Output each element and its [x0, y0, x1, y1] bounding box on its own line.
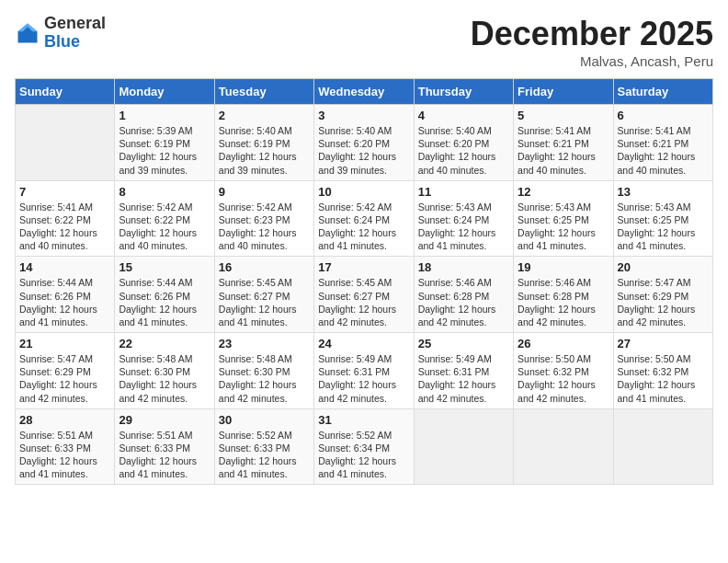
day-number: 1	[119, 109, 210, 122]
day-info: Sunrise: 5:47 AMSunset: 6:29 PMDaylight:…	[19, 352, 110, 405]
calendar-week-row: 21Sunrise: 5:47 AMSunset: 6:29 PMDayligh…	[16, 333, 713, 409]
month-title: December 2025	[471, 15, 713, 53]
header-day-thursday: Thursday	[414, 79, 513, 105]
calendar-header-row: SundayMondayTuesdayWednesdayThursdayFrid…	[16, 79, 713, 105]
day-info: Sunrise: 5:44 AMSunset: 6:26 PMDaylight:…	[119, 276, 210, 328]
calendar-cell: 4Sunrise: 5:40 AMSunset: 6:20 PMDaylight…	[414, 105, 513, 181]
calendar-cell: 10Sunrise: 5:42 AMSunset: 6:24 PMDayligh…	[314, 180, 414, 257]
generalblue-logo-icon	[15, 20, 40, 46]
calendar-cell: 22Sunrise: 5:48 AMSunset: 6:30 PMDayligh…	[115, 333, 214, 409]
calendar-cell	[414, 408, 513, 485]
day-number: 14	[19, 260, 110, 274]
calendar-week-row: 1Sunrise: 5:39 AMSunset: 6:19 PMDaylight…	[16, 105, 713, 181]
day-number: 19	[518, 260, 609, 274]
day-number: 6	[618, 109, 709, 122]
day-info: Sunrise: 5:49 AMSunset: 6:31 PMDaylight:…	[318, 352, 409, 405]
day-number: 23	[219, 337, 310, 350]
logo: General Blue	[15, 15, 106, 52]
day-info: Sunrise: 5:52 AMSunset: 6:34 PMDaylight:…	[318, 429, 409, 481]
calendar-week-row: 7Sunrise: 5:41 AMSunset: 6:22 PMDaylight…	[16, 180, 713, 257]
calendar-cell: 24Sunrise: 5:49 AMSunset: 6:31 PMDayligh…	[314, 333, 414, 409]
day-number: 25	[418, 337, 509, 350]
day-info: Sunrise: 5:42 AMSunset: 6:22 PMDaylight:…	[119, 201, 210, 253]
calendar-table: SundayMondayTuesdayWednesdayThursdayFrid…	[15, 78, 713, 485]
header-day-friday: Friday	[514, 79, 613, 105]
calendar-cell: 9Sunrise: 5:42 AMSunset: 6:23 PMDaylight…	[214, 180, 313, 257]
day-info: Sunrise: 5:40 AMSunset: 6:20 PMDaylight:…	[418, 124, 509, 177]
day-number: 7	[19, 185, 110, 199]
calendar-cell: 17Sunrise: 5:45 AMSunset: 6:27 PMDayligh…	[314, 257, 414, 333]
day-info: Sunrise: 5:50 AMSunset: 6:32 PMDaylight:…	[518, 352, 609, 405]
title-area: December 2025 Malvas, Ancash, Peru	[471, 15, 713, 69]
day-info: Sunrise: 5:44 AMSunset: 6:26 PMDaylight:…	[19, 276, 110, 328]
calendar-cell: 19Sunrise: 5:46 AMSunset: 6:28 PMDayligh…	[514, 257, 613, 333]
calendar-cell	[514, 408, 613, 485]
calendar-cell: 6Sunrise: 5:41 AMSunset: 6:21 PMDaylight…	[613, 105, 712, 181]
calendar-cell: 13Sunrise: 5:43 AMSunset: 6:25 PMDayligh…	[613, 180, 712, 257]
day-info: Sunrise: 5:47 AMSunset: 6:29 PMDaylight:…	[618, 276, 709, 328]
calendar-cell: 7Sunrise: 5:41 AMSunset: 6:22 PMDaylight…	[16, 180, 115, 257]
calendar-cell: 27Sunrise: 5:50 AMSunset: 6:32 PMDayligh…	[613, 333, 712, 409]
day-info: Sunrise: 5:51 AMSunset: 6:33 PMDaylight:…	[119, 429, 210, 481]
day-info: Sunrise: 5:48 AMSunset: 6:30 PMDaylight:…	[119, 352, 210, 405]
day-info: Sunrise: 5:45 AMSunset: 6:27 PMDaylight:…	[318, 276, 409, 328]
calendar-cell: 26Sunrise: 5:50 AMSunset: 6:32 PMDayligh…	[514, 333, 613, 409]
day-info: Sunrise: 5:39 AMSunset: 6:19 PMDaylight:…	[119, 124, 210, 177]
calendar-cell: 2Sunrise: 5:40 AMSunset: 6:19 PMDaylight…	[214, 105, 313, 181]
day-number: 12	[518, 185, 609, 199]
calendar-cell: 8Sunrise: 5:42 AMSunset: 6:22 PMDaylight…	[115, 180, 214, 257]
day-number: 9	[219, 185, 310, 199]
day-info: Sunrise: 5:40 AMSunset: 6:19 PMDaylight:…	[219, 124, 310, 177]
day-number: 26	[518, 337, 609, 350]
logo-general-text: General	[44, 14, 106, 32]
day-info: Sunrise: 5:46 AMSunset: 6:28 PMDaylight:…	[518, 276, 609, 328]
day-number: 3	[318, 109, 409, 122]
header-day-monday: Monday	[115, 79, 214, 105]
day-number: 18	[418, 260, 509, 274]
calendar-cell	[613, 408, 712, 485]
day-number: 20	[618, 260, 709, 274]
calendar-cell: 21Sunrise: 5:47 AMSunset: 6:29 PMDayligh…	[16, 333, 115, 409]
day-number: 21	[19, 337, 110, 350]
calendar-cell: 30Sunrise: 5:52 AMSunset: 6:33 PMDayligh…	[214, 408, 313, 485]
day-number: 29	[119, 413, 210, 427]
day-info: Sunrise: 5:42 AMSunset: 6:24 PMDaylight:…	[318, 201, 409, 253]
calendar-cell: 5Sunrise: 5:41 AMSunset: 6:21 PMDaylight…	[514, 105, 613, 181]
day-info: Sunrise: 5:41 AMSunset: 6:22 PMDaylight:…	[19, 201, 110, 253]
header-day-sunday: Sunday	[16, 79, 115, 105]
day-number: 22	[119, 337, 210, 350]
calendar-week-row: 28Sunrise: 5:51 AMSunset: 6:33 PMDayligh…	[16, 408, 713, 485]
logo-blue-text: Blue	[44, 32, 80, 51]
day-number: 10	[318, 185, 409, 199]
day-info: Sunrise: 5:51 AMSunset: 6:33 PMDaylight:…	[19, 429, 110, 481]
calendar-cell	[16, 105, 115, 181]
day-number: 11	[418, 185, 509, 199]
day-number: 31	[318, 413, 409, 427]
day-info: Sunrise: 5:49 AMSunset: 6:31 PMDaylight:…	[418, 352, 509, 405]
header-day-wednesday: Wednesday	[314, 79, 414, 105]
calendar-cell: 23Sunrise: 5:48 AMSunset: 6:30 PMDayligh…	[214, 333, 313, 409]
day-info: Sunrise: 5:52 AMSunset: 6:33 PMDaylight:…	[219, 429, 310, 481]
location-subtitle: Malvas, Ancash, Peru	[471, 53, 713, 69]
day-number: 5	[518, 109, 609, 122]
day-info: Sunrise: 5:46 AMSunset: 6:28 PMDaylight:…	[418, 276, 509, 328]
calendar-cell: 16Sunrise: 5:45 AMSunset: 6:27 PMDayligh…	[214, 257, 313, 333]
day-number: 28	[19, 413, 110, 427]
day-info: Sunrise: 5:41 AMSunset: 6:21 PMDaylight:…	[618, 124, 709, 177]
day-number: 16	[219, 260, 310, 274]
day-info: Sunrise: 5:42 AMSunset: 6:23 PMDaylight:…	[219, 201, 310, 253]
calendar-cell: 12Sunrise: 5:43 AMSunset: 6:25 PMDayligh…	[514, 180, 613, 257]
day-info: Sunrise: 5:41 AMSunset: 6:21 PMDaylight:…	[518, 124, 609, 177]
calendar-cell: 20Sunrise: 5:47 AMSunset: 6:29 PMDayligh…	[613, 257, 712, 333]
day-number: 4	[418, 109, 509, 122]
day-number: 8	[119, 185, 210, 199]
calendar-cell: 29Sunrise: 5:51 AMSunset: 6:33 PMDayligh…	[115, 408, 214, 485]
header: General Blue December 2025 Malvas, Ancas…	[15, 15, 713, 69]
calendar-week-row: 14Sunrise: 5:44 AMSunset: 6:26 PMDayligh…	[16, 257, 713, 333]
calendar-cell: 15Sunrise: 5:44 AMSunset: 6:26 PMDayligh…	[115, 257, 214, 333]
day-info: Sunrise: 5:43 AMSunset: 6:24 PMDaylight:…	[418, 201, 509, 253]
calendar-cell: 25Sunrise: 5:49 AMSunset: 6:31 PMDayligh…	[414, 333, 513, 409]
calendar-cell: 3Sunrise: 5:40 AMSunset: 6:20 PMDaylight…	[314, 105, 414, 181]
day-number: 24	[318, 337, 409, 350]
day-number: 27	[618, 337, 709, 350]
